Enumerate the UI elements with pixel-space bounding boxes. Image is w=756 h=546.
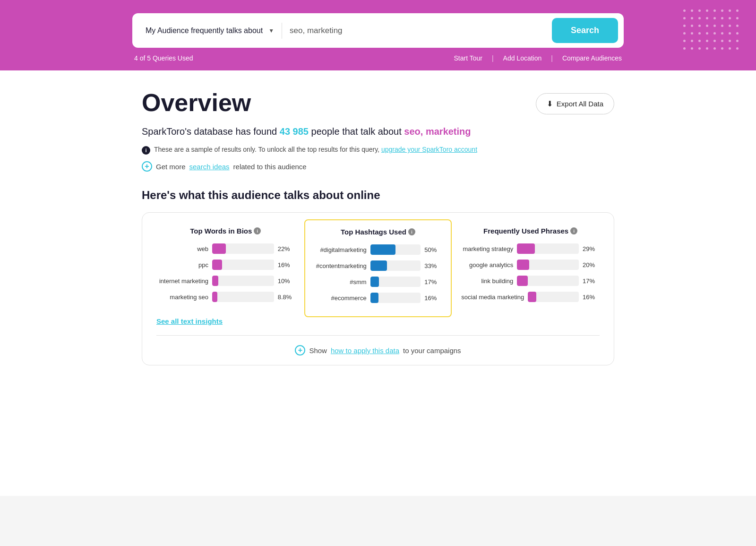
audience-selector-label: My Audience frequently talks about	[146, 26, 263, 35]
list-item: #ecommerce 16%	[315, 293, 442, 303]
bar-fill	[212, 292, 217, 302]
bar-track	[212, 243, 274, 254]
bar-label: marketing strategy	[461, 245, 513, 252]
bar-track	[212, 292, 274, 302]
separator: |	[492, 54, 494, 62]
bar-pct: 50%	[424, 246, 441, 253]
bar-label: web	[156, 245, 208, 252]
search-bar-container: My Audience frequently talks about ▼ Sea…	[132, 13, 624, 48]
top-hashtags-bars: #digitalmarketing 50% #contentmarketing …	[315, 244, 442, 303]
charts-row: Top Words in Bios i web 22% ppc 16% inte	[156, 227, 600, 310]
audience-selector[interactable]: My Audience frequently talks about ▼	[138, 23, 282, 39]
bar-pct: 29%	[583, 245, 600, 252]
export-label: Export All Data	[557, 100, 603, 108]
bar-fill	[370, 244, 395, 255]
bar-track	[370, 260, 421, 271]
bar-track	[212, 276, 274, 286]
bar-track	[517, 276, 579, 286]
bar-label: #smm	[315, 278, 367, 286]
apply-plus-icon: +	[295, 345, 305, 355]
info-icon-phrases: i	[570, 227, 577, 234]
top-words-bars: web 22% ppc 16% internet marketing 10% m…	[156, 243, 295, 302]
audience-stat: SparkToro's database has found 43 985 pe…	[142, 125, 614, 138]
search-input[interactable]	[282, 22, 552, 39]
stat-prefix: SparkToro's database has found	[142, 126, 277, 137]
chart-card: Top Words in Bios i web 22% ppc 16% inte	[142, 212, 614, 365]
apply-data-link[interactable]: how to apply this data	[331, 347, 399, 355]
bar-label: #digitalmarketing	[315, 246, 367, 253]
start-tour-link[interactable]: Start Tour	[454, 54, 482, 62]
main-content: Overview ⬇ Export All Data SparkToro's d…	[123, 70, 633, 384]
bar-label: link building	[461, 277, 513, 285]
info-note: i These are a sample of results only. To…	[142, 146, 614, 155]
header-nav-links: Start Tour | Add Location | Compare Audi…	[454, 54, 622, 62]
card-divider	[156, 335, 600, 336]
list-item: ppc 16%	[156, 260, 295, 270]
info-icon-words: i	[254, 227, 261, 234]
info-note-text: These are a sample of results only. To u…	[154, 146, 477, 153]
bar-pct: 17%	[583, 277, 600, 285]
see-all-link[interactable]: See all text insights	[156, 317, 223, 325]
apply-data-row: + Show how to apply this data to your ca…	[156, 345, 600, 355]
search-ideas-row: + Get more search ideas related to this …	[142, 161, 614, 172]
list-item: marketing strategy 29%	[461, 243, 600, 254]
stat-query: seo, marketing	[404, 126, 471, 137]
frequent-phrases-section: Frequently Used Phrases i marketing stra…	[452, 227, 600, 310]
list-item: internet marketing 10%	[156, 276, 295, 286]
decorative-dots: // dots rendered inline via script below	[683, 9, 742, 53]
bar-pct: 10%	[278, 277, 295, 285]
add-location-link[interactable]: Add Location	[503, 54, 542, 62]
overview-header: Overview ⬇ Export All Data	[142, 89, 614, 116]
stat-number: 43 985	[280, 126, 311, 137]
plus-icon: +	[142, 161, 152, 172]
bar-fill	[212, 243, 226, 254]
bar-pct: 16%	[278, 261, 295, 269]
section-title: Here's what this audience talks about on…	[142, 189, 614, 202]
bar-fill	[370, 293, 378, 303]
bar-label: marketing seo	[156, 294, 208, 301]
top-words-title: Top Words in Bios i	[156, 227, 295, 235]
search-ideas-prefix: Get more	[156, 163, 186, 171]
bar-track	[528, 292, 579, 302]
download-icon: ⬇	[547, 99, 553, 108]
bar-fill	[370, 277, 379, 287]
stat-middle: people that talk about	[311, 126, 402, 137]
search-ideas-link[interactable]: search ideas	[189, 163, 230, 171]
upgrade-link[interactable]: upgrade your SparkToro account	[381, 146, 477, 153]
search-ideas-suffix: related to this audience	[233, 163, 307, 171]
list-item: #smm 17%	[315, 277, 442, 287]
bar-track	[517, 260, 579, 270]
bar-track	[212, 260, 274, 270]
separator-2: |	[551, 54, 553, 62]
top-words-section: Top Words in Bios i web 22% ppc 16% inte	[156, 227, 304, 310]
bar-track	[517, 243, 579, 254]
list-item: google analytics 20%	[461, 260, 600, 270]
bar-label: google analytics	[461, 261, 513, 269]
frequent-phrases-bars: marketing strategy 29% google analytics …	[461, 243, 600, 302]
bar-fill	[517, 260, 529, 270]
queries-used-label: 4 of 5 Queries Used	[134, 54, 193, 62]
header-bottom-bar: 4 of 5 Queries Used Start Tour | Add Loc…	[132, 54, 624, 62]
page-title: Overview	[142, 89, 251, 116]
bar-fill	[370, 260, 387, 271]
bar-pct: 20%	[583, 261, 600, 269]
bar-label: social media marketing	[461, 294, 524, 301]
export-button[interactable]: ⬇ Export All Data	[536, 93, 614, 114]
bar-track	[370, 244, 421, 255]
bar-pct: 22%	[278, 245, 295, 252]
list-item: #contentmarketing 33%	[315, 260, 442, 271]
bar-pct: 16%	[424, 295, 441, 302]
compare-audiences-link[interactable]: Compare Audiences	[562, 54, 622, 62]
bar-fill	[212, 276, 218, 286]
search-button[interactable]: Search	[552, 18, 618, 43]
bar-pct: 8.8%	[278, 294, 295, 301]
bar-fill	[517, 276, 527, 286]
bar-track	[370, 277, 421, 287]
bar-track	[370, 293, 421, 303]
chevron-down-icon: ▼	[268, 27, 274, 34]
bar-pct: 33%	[424, 262, 441, 269]
top-hashtags-title: Top Hashtags Used i	[315, 228, 442, 236]
bar-pct: 17%	[424, 278, 441, 286]
apply-prefix: Show	[309, 347, 327, 355]
bar-fill	[212, 260, 222, 270]
